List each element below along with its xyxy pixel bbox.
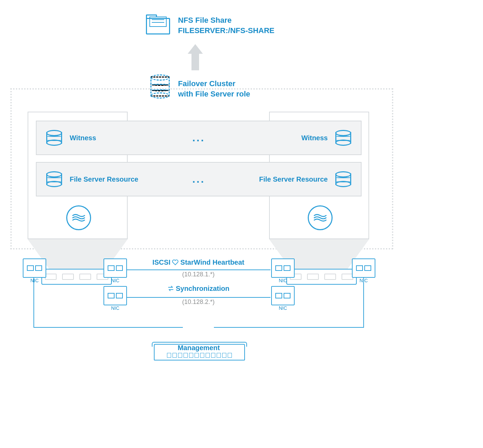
heart-icon [172, 259, 179, 267]
management-wiring [21, 276, 376, 338]
starwind-icon [308, 205, 333, 230]
nfs-title: NFS File Share [178, 15, 231, 26]
heartbeat-text: StarWind Heartbeat [180, 258, 244, 266]
db-icon [335, 171, 351, 187]
ellipsis: ... [96, 132, 302, 144]
starwind-icon [66, 205, 91, 230]
db-icon [46, 130, 62, 146]
db-icon [335, 130, 351, 146]
arrow-up-icon [188, 44, 202, 70]
cluster-title-1: Failover Cluster [178, 79, 235, 89]
fsr-left-label: File Server Resource [70, 175, 138, 183]
management-label: Management [154, 343, 244, 353]
folder-icon [146, 14, 170, 34]
nfs-path: FILESERVER:/NFS-SHARE [178, 26, 275, 36]
db-icon [46, 171, 62, 187]
witness-left-label: Witness [70, 134, 96, 142]
fsr-right-label: File Server Resource [259, 175, 328, 183]
iscsi-heartbeat-label: ISCSI StarWind Heartbeat [126, 258, 270, 267]
fileserver-resource-bar: File Server Resource ... File Server Res… [36, 162, 362, 196]
link-iscsi [126, 269, 270, 270]
witness-bar: Witness ... Witness [36, 121, 362, 155]
witness-right-label: Witness [301, 134, 328, 142]
iscsi-text: ISCSI [152, 258, 170, 266]
ellipsis: ... [138, 173, 259, 185]
